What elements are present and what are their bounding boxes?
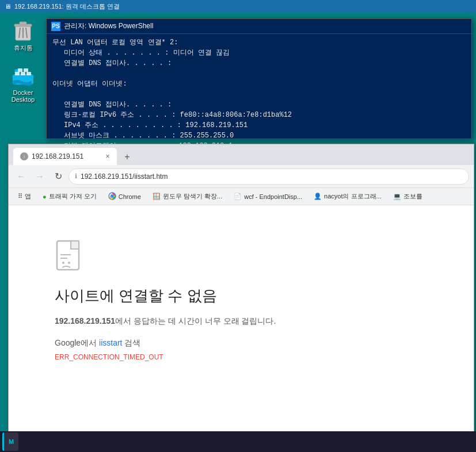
docker-desktop-icon[interactable]: Docker Desktop <box>6 64 40 103</box>
svg-point-22 <box>68 262 70 264</box>
bookmark-apps[interactable]: ⠿ 앱 <box>13 191 36 202</box>
ps-line-8: 링크-로컬 IPv6 주소 . . . . : fe80::a4a8:806a:… <box>52 110 466 120</box>
svg-point-16 <box>111 194 114 198</box>
search-suffix: 검색 <box>123 338 141 347</box>
traffic-icon: ● <box>43 193 47 200</box>
ps-line-9: IPv4 주소 . . . . . . . . . : 192.168.219.… <box>52 120 466 131</box>
error-description: 192.168.219.151에서 응답하는 데 시간이 너무 오래 걸립니다. <box>55 315 276 327</box>
titlebar-title: 192.168.219.151: 원격 데스크톱 연결 <box>14 2 120 11</box>
svg-rect-9 <box>21 72 25 75</box>
svg-rect-11 <box>18 68 22 72</box>
svg-rect-18 <box>71 241 79 249</box>
powershell-content: 무선 LAN 어댑터 로컬 영역 연결* 2: 미디어 상태 . . . . .… <box>47 34 471 155</box>
address-bar[interactable]: ℹ 192.168.219.151/iisstart.htm <box>68 168 469 185</box>
back-button[interactable]: ← <box>13 168 29 185</box>
ps-line-2: 미디어 상태 . . . . . . . : 미디어 연결 끊김 <box>52 48 466 58</box>
powershell-icon: PS <box>51 22 60 31</box>
reload-button[interactable]: ↻ <box>50 168 66 185</box>
address-info-icon: ℹ <box>75 173 77 180</box>
svg-rect-2 <box>20 22 26 25</box>
svg-point-21 <box>62 262 64 264</box>
bookmark-explorer[interactable]: 🪟 윈도우 탐색기 확장... <box>148 191 227 202</box>
nacyot-icon: 👤 <box>314 193 322 200</box>
browser-content: 사이트에 연결할 수 없음 192.168.219.151에서 응답하는 데 시… <box>9 205 474 449</box>
taskbar-item-icon: M <box>9 438 14 445</box>
chrome-tab-active[interactable]: i 192.168.219.151 × <box>13 148 117 165</box>
bookmark-apps-label: 앱 <box>25 192 31 201</box>
powershell-title: 관리자: Windows PowerShell <box>64 21 153 31</box>
ps-line-4 <box>52 68 466 79</box>
remote-desktop-titlebar: 🖥 192.168.219.151: 원격 데스크톱 연결 <box>0 0 476 13</box>
ps-line-6 <box>52 89 466 99</box>
error-code: ERR_CONNECTION_TIMED_OUT <box>55 353 163 361</box>
new-tab-button[interactable]: + <box>119 149 135 165</box>
svg-rect-8 <box>15 72 20 75</box>
svg-rect-10 <box>26 72 31 75</box>
forward-button[interactable]: → <box>32 168 48 185</box>
explorer-icon: 🪟 <box>153 193 161 200</box>
chrome-icon <box>108 192 116 201</box>
recycle-bin-icon[interactable]: 휴지통 <box>6 18 40 52</box>
bookmarks-bar: ⠿ 앱 ● 트래픽 가져 오기 Chrome <box>9 188 474 205</box>
recycle-bin-label: 휴지통 <box>14 44 33 52</box>
chrome-toolbar: ← → ↻ ℹ 192.168.219.151/iisstart.htm <box>9 165 474 188</box>
bookmark-wcf-label: wcf - EndpointDisp... <box>244 193 302 200</box>
ps-line-1: 무선 LAN 어댑터 로컬 영역 연결* 2: <box>52 37 466 48</box>
ps-line-5: 이더넷 어댑터 이더넷: <box>52 79 466 89</box>
bookmark-nacyot-label: nacyot의 프로그래... <box>324 192 382 201</box>
powershell-titlebar[interactable]: PS 관리자: Windows PowerShell <box>47 19 471 34</box>
bookmark-traffic-label: 트래픽 가져 오기 <box>49 192 97 201</box>
ps-line-10: 서브넷 마스크 . . . . . . . : 255.255.255.0 <box>52 131 466 141</box>
bookmark-jobor-label: 조보를 <box>403 192 422 201</box>
taskbar: M <box>0 431 476 452</box>
desktop-icons-container: 휴지통 Docker Desktop <box>0 13 46 109</box>
google-search-link[interactable]: iisstart <box>99 338 122 347</box>
error-title: 사이트에 연결할 수 없음 <box>55 286 217 306</box>
docker-label: Docker Desktop <box>12 89 35 103</box>
chrome-tab-bar: i 192.168.219.151 × + <box>9 144 474 165</box>
search-term: iisstart <box>99 338 122 347</box>
tab-title: 192.168.219.151 <box>32 152 83 160</box>
error-ip: 192.168.219.151 <box>55 316 115 325</box>
google-search-link-container: Google에서 iisstart 검색 <box>55 338 140 348</box>
address-text: 192.168.219.151/iisstart.htm <box>81 173 167 181</box>
error-desc-suffix: 에서 응답하는 데 시간이 너무 오래 걸립니다. <box>115 316 276 325</box>
ps-line-3: 연결별 DNS 접미사. . . . . : <box>52 58 466 68</box>
apps-icon: ⠿ <box>18 193 22 200</box>
titlebar-icon: 🖥 <box>5 3 11 10</box>
bookmark-jobor[interactable]: 💻 조보를 <box>389 191 427 202</box>
taskbar-item-m[interactable]: M <box>2 432 18 451</box>
bookmark-explorer-label: 윈도우 탐색기 확장... <box>163 192 222 201</box>
error-page-icon <box>55 240 89 274</box>
desktop: 휴지통 Docker Desktop <box>0 13 476 452</box>
tab-favicon: i <box>20 152 28 160</box>
bookmark-chrome[interactable]: Chrome <box>104 191 146 202</box>
svg-rect-12 <box>24 68 28 72</box>
bookmark-wcf[interactable]: 📄 wcf - EndpointDisp... <box>229 191 307 201</box>
ps-line-7: 연결별 DNS 접미사. . . . . : <box>52 99 466 110</box>
bookmark-traffic[interactable]: ● 트래픽 가져 오기 <box>38 191 101 202</box>
tab-close-button[interactable]: × <box>103 152 112 161</box>
bookmark-nacyot[interactable]: 👤 nacyot의 프로그래... <box>309 191 386 202</box>
bookmark-chrome-label: Chrome <box>119 193 141 200</box>
chrome-browser-window: i 192.168.219.151 × + ← → ↻ ℹ 192.168.21… <box>8 144 474 452</box>
jobor-icon: 💻 <box>393 193 401 200</box>
powershell-window: PS 관리자: Windows PowerShell 무선 LAN 어댑터 로컬… <box>46 18 472 139</box>
search-prefix: Google에서 <box>55 338 99 347</box>
wcf-icon: 📄 <box>234 193 242 200</box>
